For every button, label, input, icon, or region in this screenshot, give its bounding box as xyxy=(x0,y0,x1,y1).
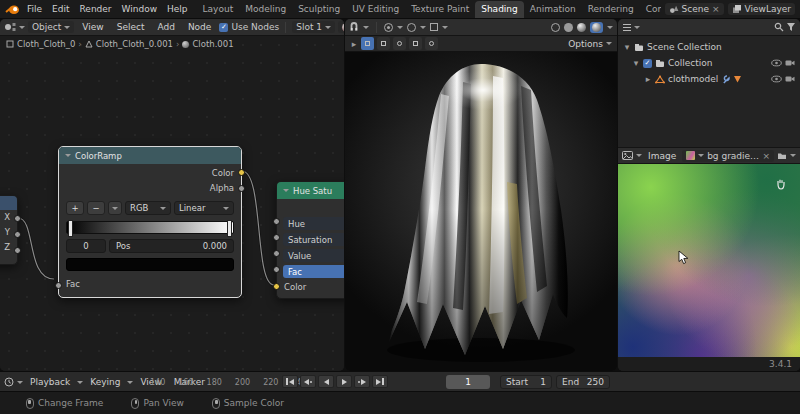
colorramp-alpha-socket[interactable] xyxy=(238,185,245,192)
hue-slider[interactable]: Hue xyxy=(283,217,344,230)
colorramp-fac-socket[interactable] xyxy=(55,282,62,289)
image-unlink-icon[interactable]: × xyxy=(762,152,770,160)
stop-color-swatch[interactable] xyxy=(66,258,234,271)
image-editor-type-icon[interactable] xyxy=(622,151,633,160)
viewlayer-selector[interactable]: ViewLayer xyxy=(728,3,795,15)
shader-type-dropdown[interactable]: Object xyxy=(28,21,74,33)
stop-position-field[interactable]: Pos 0.000 xyxy=(109,239,234,253)
tab-layout[interactable]: Layout xyxy=(197,1,240,18)
pan-hand-icon[interactable] xyxy=(776,178,786,190)
menu-image[interactable]: Image xyxy=(645,151,679,161)
menu-playback[interactable]: Playback xyxy=(25,377,75,387)
menu-node[interactable]: Node xyxy=(183,22,217,32)
colorramp-header[interactable]: ColorRamp xyxy=(59,147,241,164)
ramp-stop-left[interactable] xyxy=(68,220,73,237)
snap-magnet-icon[interactable] xyxy=(349,22,359,32)
image-editor-canvas[interactable] xyxy=(618,164,800,357)
outliner-type-icon[interactable] xyxy=(622,23,632,32)
value-socket[interactable] xyxy=(273,250,280,257)
use-nodes-checkbox[interactable]: ✓ xyxy=(219,23,228,32)
expand-arrow-icon[interactable]: ▸ xyxy=(644,74,652,84)
color-mode-dropdown[interactable]: RGB xyxy=(125,201,171,215)
separate-xyz-node[interactable]: X Y Z xyxy=(0,195,18,265)
collection-checkbox[interactable]: ✓ xyxy=(643,59,652,68)
tab-modeling[interactable]: Modeling xyxy=(239,1,292,18)
tool-option-2-icon[interactable] xyxy=(393,37,406,50)
colorramp-node[interactable]: ColorRamp Color Alpha + − RGB Linear xyxy=(58,146,242,298)
render-camera-icon[interactable] xyxy=(785,59,795,67)
image-datablock[interactable]: bg gradient.JPG × xyxy=(682,150,774,162)
outliner-search-icon[interactable] xyxy=(774,22,784,32)
menu-file[interactable]: File xyxy=(22,4,47,14)
hue-saturation-header[interactable]: Hue Satu xyxy=(277,182,344,199)
blender-logo-icon[interactable] xyxy=(5,4,20,15)
open-image-folder-icon[interactable] xyxy=(777,152,787,160)
menu-help[interactable]: Help xyxy=(162,4,193,14)
outliner-row-scene-collection[interactable]: ▾ Scene Collection xyxy=(618,39,800,55)
scene-selector[interactable]: Scene × xyxy=(665,3,724,15)
shading-rendered-icon[interactable] xyxy=(590,22,603,33)
expand-arrow-icon[interactable]: ▾ xyxy=(632,58,640,68)
tab-animation[interactable]: Animation xyxy=(524,1,582,18)
menu-render[interactable]: Render xyxy=(75,4,117,14)
fac-socket[interactable] xyxy=(273,266,280,273)
play-reverse-button[interactable] xyxy=(318,375,334,388)
menu-window[interactable]: Window xyxy=(117,4,163,14)
jump-to-start-button[interactable] xyxy=(282,375,298,388)
saturation-socket[interactable] xyxy=(273,234,280,241)
timeline-type-icon[interactable] xyxy=(4,377,14,387)
saturation-slider[interactable]: Saturation xyxy=(283,233,344,246)
expand-arrow-icon[interactable]: ▾ xyxy=(623,42,631,52)
options-dropdown[interactable]: Options xyxy=(568,39,603,49)
shading-solid-icon[interactable] xyxy=(564,23,573,32)
tab-uv-editing[interactable]: UV Editing xyxy=(346,1,405,18)
toolbar-expand-icon[interactable]: ▸ xyxy=(350,39,358,49)
xyz-x-socket[interactable] xyxy=(14,215,21,222)
hide-eye-icon[interactable] xyxy=(771,59,782,67)
tool-tweak-icon[interactable] xyxy=(361,37,374,50)
shader-editor-type-icon[interactable] xyxy=(4,22,16,32)
ramp-options-button[interactable] xyxy=(108,201,122,215)
next-keyframe-button[interactable] xyxy=(354,375,370,388)
ramp-stop-right[interactable] xyxy=(227,220,232,237)
gizmo-icon[interactable] xyxy=(430,23,438,31)
color-input-socket[interactable] xyxy=(273,283,280,290)
render-camera-icon[interactable] xyxy=(785,75,795,83)
xyz-y-socket[interactable] xyxy=(14,231,21,238)
menu-view[interactable]: View xyxy=(77,22,108,32)
play-button[interactable] xyxy=(336,375,352,388)
start-frame-field[interactable]: Start 1 xyxy=(500,375,552,389)
tab-shading[interactable]: Shading xyxy=(475,1,524,18)
add-stop-button[interactable]: + xyxy=(66,201,84,215)
hue-saturation-node[interactable]: Hue Satu Hue Saturation Value Fac Color xyxy=(276,181,344,299)
node-canvas[interactable]: Cloth_Cloth_0 › Cloth_Cloth_0.001 › Clot… xyxy=(0,36,344,371)
end-frame-field[interactable]: End 250 xyxy=(556,375,610,389)
shading-wireframe-icon[interactable] xyxy=(551,23,560,32)
tool-option-1-icon[interactable] xyxy=(377,37,390,50)
menu-edit[interactable]: Edit xyxy=(47,4,74,14)
current-frame-field[interactable]: 1 xyxy=(446,375,490,389)
hue-socket[interactable] xyxy=(273,218,280,225)
tool-option-3-icon[interactable] xyxy=(409,37,422,50)
jump-to-end-button[interactable] xyxy=(372,375,388,388)
outliner-row-clothmodel[interactable]: ▸ clothmodel xyxy=(618,71,800,87)
pivot-point-icon[interactable] xyxy=(384,23,393,32)
remove-stop-button[interactable]: − xyxy=(87,201,105,215)
cloth-physics-icon[interactable] xyxy=(733,75,742,83)
outliner-row-collection[interactable]: ▾ ✓ Collection xyxy=(618,55,800,71)
modifier-wrench-icon[interactable] xyxy=(721,75,730,84)
prev-keyframe-button[interactable] xyxy=(300,375,316,388)
material-datablock[interactable]: Cloth.00 × xyxy=(338,21,344,33)
scene-unlink-icon[interactable]: × xyxy=(712,5,720,13)
menu-select[interactable]: Select xyxy=(112,22,150,32)
value-slider[interactable]: Value xyxy=(283,249,344,262)
outliner-filter-icon[interactable] xyxy=(786,22,796,32)
interpolation-dropdown[interactable]: Linear xyxy=(174,201,234,215)
hide-eye-icon[interactable] xyxy=(771,75,782,83)
tab-compositing[interactable]: Compositing xyxy=(640,1,661,18)
menu-add[interactable]: Add xyxy=(152,22,179,32)
colorramp-color-socket[interactable] xyxy=(238,169,245,176)
menu-keying[interactable]: Keying xyxy=(85,377,125,387)
color-ramp-gradient[interactable] xyxy=(66,221,234,234)
tab-sculpting[interactable]: Sculpting xyxy=(292,1,346,18)
